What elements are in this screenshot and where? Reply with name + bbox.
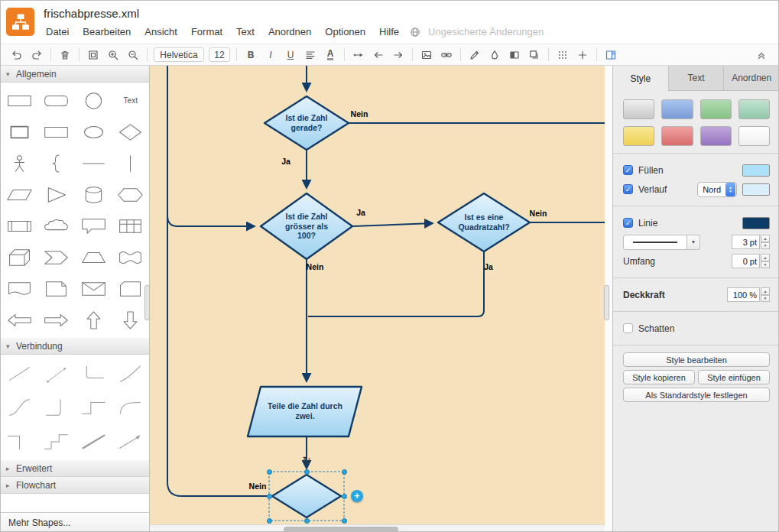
- paste-style-button[interactable]: Style einfügen: [698, 370, 770, 384]
- connection-bold-link[interactable]: [75, 424, 112, 458]
- shape-rounded-rectangle[interactable]: [38, 85, 76, 116]
- gradient-color-button[interactable]: [742, 183, 770, 196]
- set-default-style-button[interactable]: Als Standardstyle festlegen: [623, 388, 770, 402]
- shape-cube[interactable]: [1, 242, 38, 273]
- edit-style-button[interactable]: Style bearbeiten: [623, 352, 770, 367]
- edge-label-loop-back-no[interactable]: Nein: [249, 482, 267, 491]
- perimeter-stepper[interactable]: ▲▼: [761, 254, 770, 268]
- sidebar-splitter-handle[interactable]: [144, 285, 150, 320]
- style-preset-blue[interactable]: [661, 99, 693, 119]
- shape-horizontal-line[interactable]: [75, 148, 112, 179]
- section-allgemein[interactable]: ▾ Allgemein: [1, 66, 149, 83]
- edge-is-square-yes[interactable]: [308, 251, 484, 316]
- shape-circle[interactable]: [75, 85, 112, 116]
- connection-thin-link[interactable]: [38, 357, 76, 391]
- shape-arrow-down[interactable]: [112, 304, 150, 336]
- edge-label-is-square-yes[interactable]: Ja: [484, 262, 493, 271]
- selection-handle[interactable]: [342, 469, 347, 475]
- canvas-horizontal-scrollbar[interactable]: [150, 524, 605, 532]
- node-is-square[interactable]: [438, 193, 530, 251]
- selection-handle[interactable]: [267, 518, 272, 524]
- style-preset-green[interactable]: [700, 99, 732, 119]
- rotate-handle-icon[interactable]: ↻: [300, 454, 313, 466]
- style-preset-plain[interactable]: [738, 126, 770, 146]
- edge-loop-branch[interactable]: [167, 216, 255, 226]
- selection-handle[interactable]: [267, 494, 272, 499]
- connection-style-button[interactable]: [349, 46, 368, 63]
- edge-arrow-right-button[interactable]: [388, 46, 408, 63]
- menu-bearbeiten[interactable]: Bearbeiten: [76, 24, 138, 40]
- shape-ellipse[interactable]: [75, 116, 112, 148]
- shadow-toggle-button[interactable]: [524, 46, 544, 63]
- connection-staircase[interactable]: [38, 424, 76, 458]
- style-preset-red[interactable]: [661, 126, 693, 146]
- connection-elbow-right-down[interactable]: [1, 424, 38, 458]
- shape-tape[interactable]: [112, 242, 150, 273]
- shape-document[interactable]: [1, 273, 38, 304]
- shape-process[interactable]: [1, 210, 38, 242]
- unsaved-changes-status[interactable]: Ungesicherte Änderungen: [428, 26, 544, 37]
- opacity-field[interactable]: 100%: [727, 287, 760, 302]
- connection-elbow-down-right[interactable]: [75, 357, 112, 391]
- node-greater-100[interactable]: [261, 193, 352, 259]
- style-preset-purple[interactable]: [700, 126, 732, 146]
- line-width-field[interactable]: 3pt: [732, 235, 760, 249]
- tab-anordnen[interactable]: Anordnen: [724, 66, 779, 90]
- font-family-select[interactable]: Helvetica: [154, 47, 204, 62]
- menu-ansicht[interactable]: Ansicht: [138, 24, 184, 40]
- connection-curve[interactable]: [112, 357, 150, 391]
- insert-link-button[interactable]: [437, 46, 456, 63]
- connection-elbow-up[interactable]: [38, 391, 76, 424]
- selection-handle[interactable]: [304, 469, 310, 475]
- selection-handle[interactable]: [342, 494, 347, 499]
- line-style-dropdown-icon[interactable]: ▼: [687, 235, 700, 250]
- menu-text[interactable]: Text: [229, 24, 261, 40]
- shape-brace[interactable]: [38, 148, 76, 179]
- gradient-color-button[interactable]: [505, 46, 524, 63]
- shape-callout[interactable]: [75, 210, 112, 242]
- edit-style-button[interactable]: [465, 46, 485, 63]
- edge-label-is-even-no[interactable]: Nein: [351, 109, 368, 118]
- redo-button[interactable]: [27, 46, 47, 63]
- panel-splitter-handle[interactable]: [604, 285, 609, 320]
- opacity-stepper[interactable]: ▲▼: [761, 287, 770, 302]
- edge-arrow-left-button[interactable]: [368, 46, 388, 63]
- line-width-stepper[interactable]: ▲▼: [761, 235, 770, 249]
- shape-diamond[interactable]: [112, 116, 150, 148]
- zoom-in-button[interactable]: [103, 46, 123, 63]
- insert-shape-button[interactable]: [573, 46, 592, 63]
- menu-optionen[interactable]: Optionen: [318, 24, 372, 40]
- collapse-toolbar-button[interactable]: [751, 46, 771, 63]
- edge-label-is-even-yes[interactable]: Ja: [281, 157, 291, 166]
- line-color-button[interactable]: [742, 217, 770, 229]
- selection-handle[interactable]: [267, 469, 272, 475]
- connection-arrow-link[interactable]: [112, 424, 150, 458]
- format-panel-toggle-button[interactable]: [601, 46, 621, 63]
- menu-hilfe[interactable]: Hilfe: [372, 24, 406, 40]
- zoom-out-button[interactable]: [123, 46, 143, 63]
- selection-handle[interactable]: [342, 518, 347, 524]
- node-new-diamond[interactable]: [272, 475, 341, 517]
- connection-s-curve[interactable]: [1, 391, 38, 424]
- shape-actor[interactable]: [1, 148, 38, 179]
- scrollbar-thumb[interactable]: [284, 527, 398, 532]
- grid-toggle-button[interactable]: [553, 46, 573, 63]
- gradient-direction-select[interactable]: Nord ▲▼: [697, 182, 737, 197]
- tab-text[interactable]: Text: [669, 66, 725, 90]
- shape-triangle[interactable]: [38, 179, 76, 210]
- node-divide-by-two[interactable]: [248, 387, 362, 436]
- language-globe-icon[interactable]: [409, 26, 421, 38]
- line-style-select[interactable]: [623, 235, 687, 250]
- shape-rectangle[interactable]: [1, 85, 38, 116]
- bold-button[interactable]: B: [241, 46, 261, 63]
- connection-arc[interactable]: [112, 391, 150, 424]
- style-preset-yellow[interactable]: [623, 126, 654, 146]
- more-shapes-button[interactable]: Mehr Shapes...: [1, 512, 149, 532]
- style-preset-teal[interactable]: [738, 99, 770, 119]
- delete-button[interactable]: [55, 46, 75, 63]
- edge-label-is-square-no[interactable]: Nein: [530, 209, 547, 218]
- reset-view-button[interactable]: [83, 46, 103, 63]
- shape-note[interactable]: [38, 273, 76, 304]
- font-size-select[interactable]: 12: [209, 47, 230, 62]
- shape-vertical-line[interactable]: [112, 148, 150, 179]
